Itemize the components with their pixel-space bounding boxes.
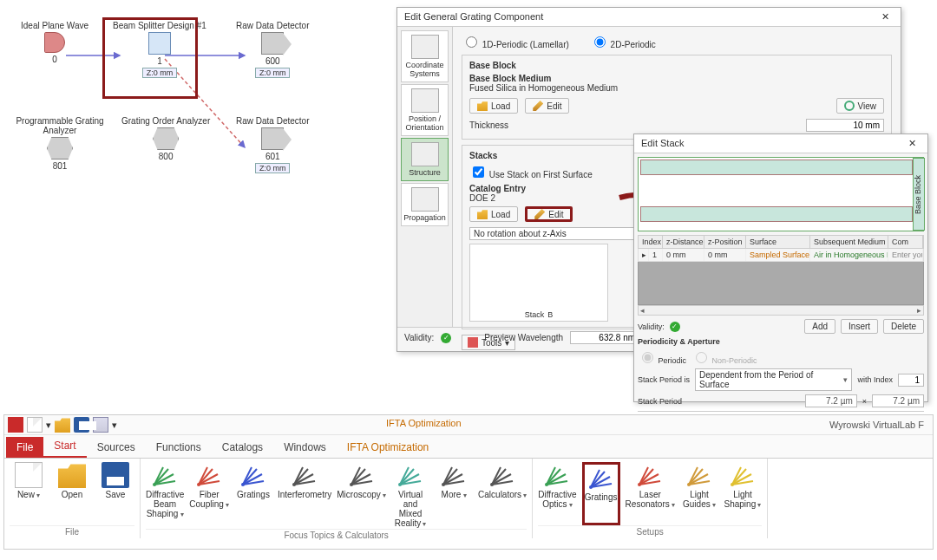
tab-file[interactable]: File [6, 437, 43, 458]
tab-windows[interactable]: Windows [273, 437, 337, 458]
stack-dialog-title: Edit Stack [641, 138, 685, 149]
stack-visualization[interactable]: Base Block [638, 157, 924, 231]
svg-point-12 [197, 483, 200, 486]
svg-point-22 [292, 483, 296, 486]
svg-point-57 [638, 483, 641, 486]
ribbon: ▾ ▾ IFTA Optimization Wyrowski VirtualLa… [3, 414, 934, 550]
dialog-edit-stack: Edit Stack ✕ Base Block Index z-Distance… [633, 133, 928, 402]
node-ideal-plane-wave[interactable]: Ideal Plane Wave 0 [21, 21, 88, 64]
ribbon-item-fiber-coupling[interactable]: FiberCoupling [189, 462, 229, 529]
delete-button[interactable]: Delete [883, 319, 924, 334]
ribbon-item-new[interactable]: New [10, 462, 48, 525]
edit-button-medium[interactable]: Edit [525, 98, 569, 114]
horizontal-scrollbar[interactable] [638, 305, 924, 316]
system-diagram: Ideal Plane Wave 0 Beam Splitter Design … [21, 16, 385, 206]
svg-point-52 [589, 485, 593, 489]
ribbon-group-setups: DiffractiveOpticsGratingsLaserResonators… [533, 459, 768, 538]
svg-point-32 [398, 483, 402, 486]
app-title: Wyrowski VirtualLab F [829, 420, 929, 430]
tab-start[interactable]: Start [43, 435, 86, 458]
ribbon-item-light-shaping[interactable]: LightShaping [724, 462, 762, 525]
ribbon-item-open[interactable]: Open [53, 462, 91, 525]
periodic-radio[interactable]: Periodic [638, 349, 686, 365]
svg-point-7 [153, 483, 156, 486]
ribbon-item-more[interactable]: More [435, 462, 473, 529]
node-beam-splitter[interactable]: Beam Splitter Design #1 1 Z:0 mm [113, 21, 206, 78]
radio-2d-periodic[interactable]: 2D-Periodic [590, 34, 656, 49]
svg-point-62 [687, 483, 691, 486]
base-block-medium-value: Fused Silica in Homogeneous Medium [469, 83, 884, 93]
with-index-input[interactable] [898, 374, 924, 387]
thickness-input[interactable] [806, 119, 884, 132]
app-icon [8, 417, 23, 433]
periodicity-aperture-label: Periodicity & Aperture [638, 337, 924, 346]
tab-position-orientation[interactable]: Position / Orientation [401, 84, 449, 136]
edit-stack-button[interactable]: Edit [525, 206, 573, 222]
stack-table-empty [638, 262, 924, 305]
svg-point-47 [545, 483, 548, 486]
insert-button[interactable]: Insert [841, 319, 878, 334]
base-block-medium-label: Base Block Medium [469, 74, 884, 83]
dialog-title: Edit General Grating Component [404, 11, 543, 23]
base-block-title: Base Block [469, 61, 884, 70]
extra-tab-top[interactable]: IFTA Optimization [386, 418, 462, 428]
base-block-side-label: Base Block [913, 158, 925, 231]
svg-point-17 [241, 483, 245, 486]
node-raw-detector-601[interactable]: Raw Data Detector 601 Z:0 mm [236, 116, 309, 173]
tab-coordinate-systems[interactable]: Coordinate Systems [401, 30, 449, 82]
use-stack-checkbox[interactable]: Use Stack on First Surface [469, 170, 593, 179]
validity-label: Validity: [404, 333, 434, 342]
qat-save-icon[interactable] [74, 417, 89, 433]
load-button[interactable]: Load [469, 98, 518, 114]
tab-propagation[interactable]: Propagation [401, 183, 449, 226]
stack-period-x [805, 394, 857, 407]
close-icon[interactable]: ✕ [903, 138, 921, 149]
ribbon-item-save[interactable]: Save [96, 462, 134, 525]
tab-structure[interactable]: Structure [401, 138, 449, 181]
ribbon-item-gratings[interactable]: Gratings [582, 462, 620, 525]
thickness-label: Thickness [469, 120, 508, 130]
preview-wavelength-label: Preview Wavelength [484, 333, 563, 342]
svg-point-67 [731, 483, 734, 486]
ribbon-item-calculators[interactable]: Calculators [478, 462, 527, 529]
stack-period-y [872, 394, 924, 407]
qat-open-icon[interactable] [55, 417, 70, 433]
qat-new-icon[interactable] [27, 417, 43, 433]
tab-catalogs[interactable]: Catalogs [212, 437, 273, 458]
radio-1d-periodic[interactable]: 1D-Periodic (Lamellar) [462, 34, 569, 49]
stack-period-dropdown[interactable]: Dependent from the Period of Surface [695, 368, 852, 391]
add-button[interactable]: Add [804, 319, 835, 334]
side-tab-list: Coordinate Systems Position / Orientatio… [397, 27, 453, 327]
tab-sources[interactable]: Sources [87, 437, 146, 458]
stack-table-header: Index z-Distance z-Position Surface Subs… [638, 235, 924, 249]
validity-ok-icon: ✓ [670, 322, 680, 332]
svg-point-37 [442, 483, 445, 486]
non-periodic-radio: Non-Periodic [691, 349, 757, 365]
qat-dropdown-icon[interactable]: ▾ [46, 420, 51, 431]
node-raw-detector-600[interactable]: Raw Data Detector 600 Z:0 mm [236, 21, 309, 78]
ribbon-item-interferometry[interactable]: Interferometry [278, 462, 331, 529]
ribbon-group-file: NewOpenSaveFile [4, 459, 141, 538]
ribbon-item-virtual-and-mixed-reality[interactable]: VirtualandMixedReality [391, 462, 429, 529]
ribbon-item-gratings[interactable]: Gratings [234, 462, 272, 529]
node-prog-grating-analyzer[interactable]: Programmable Grating Analyzer 801 [12, 116, 108, 171]
close-icon[interactable]: ✕ [876, 11, 894, 23]
load-stack-button[interactable]: Load [469, 206, 518, 222]
ribbon-item-diffractive-optics[interactable]: DiffractiveOptics [538, 462, 576, 525]
qat-dropdown-icon[interactable]: ▾ [112, 420, 117, 431]
ribbon-item-diffractive-beam-shaping[interactable]: DiffractiveBeamShaping [146, 462, 184, 529]
node-grating-order-analyzer[interactable]: Grating Order Analyzer 800 [121, 116, 210, 161]
ribbon-group-focus: DiffractiveBeamShapingFiberCouplingGrati… [141, 459, 533, 538]
view-button[interactable]: View [836, 98, 885, 114]
svg-point-27 [350, 483, 353, 486]
ribbon-item-laser-resonators[interactable]: LaserResonators [626, 462, 675, 525]
tab-functions[interactable]: Functions [146, 437, 212, 458]
stack-preview: StackB [469, 244, 608, 322]
ribbon-item-microscopy[interactable]: Microscopy [337, 462, 386, 529]
stack-table-row[interactable]: ▸ 1 0 mm 0 mm Sampled Surface Air in Hom… [638, 249, 924, 262]
ribbon-item-light-guides[interactable]: LightGuides [680, 462, 718, 525]
preview-wavelength-input[interactable] [570, 331, 639, 344]
tab-ifta-optimization[interactable]: IFTA Optimization [337, 437, 439, 458]
validity-ok-icon: ✓ [441, 333, 451, 343]
svg-point-42 [490, 483, 494, 486]
